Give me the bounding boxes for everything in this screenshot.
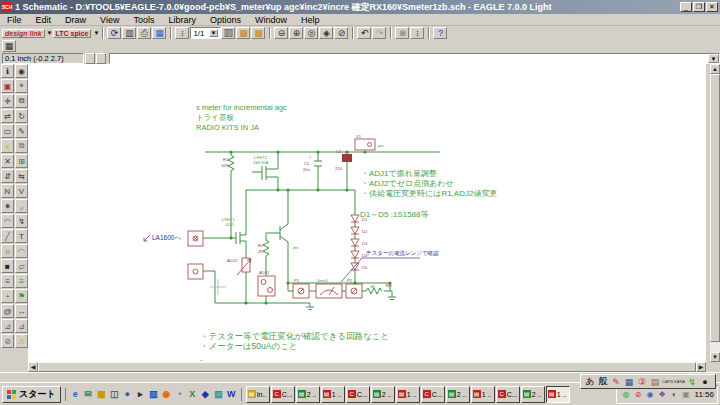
toolbar-button-icon[interactable]: ⫿⫿⫿ [221,27,235,39]
palette-tool-icon[interactable]: ✕ [1,154,14,168]
palette-tool-icon[interactable]: ℹ [1,64,14,78]
quicklaunch-icon[interactable]: e [69,388,82,401]
scroll-right-arrow[interactable]: ▶ [696,362,706,372]
toolbar-button-icon[interactable]: ▩ [236,27,250,39]
language-bar-icon[interactable]: あ [584,376,596,388]
palette-tool-icon[interactable]: ✎ [15,124,28,138]
palette-tool-icon[interactable]: ⧉ [15,139,28,153]
task-button[interactable]: ▤2 .. [296,386,320,403]
palette-tool-icon[interactable]: ⚠ [15,334,28,348]
close-button[interactable]: ✕ [706,2,718,12]
task-button[interactable]: CC... [346,386,370,403]
scroll-left-arrow[interactable]: ◀ [28,362,38,372]
palette-tool-icon[interactable]: ↔ [15,304,28,318]
menu-file[interactable]: File [0,14,29,26]
sheet-selector-arrow[interactable]: ▼ [209,29,219,37]
coord-mode-button[interactable] [85,53,95,64]
palette-tool-icon[interactable]: ≡ [1,274,14,288]
palette-tool-icon[interactable]: ⊘ [1,334,14,348]
toolbar-button-icon[interactable]: ◈ [319,27,333,39]
menu-help[interactable]: Help [294,14,327,26]
palette-tool-icon[interactable]: ◞ [15,199,28,213]
trimmer-adj1[interactable] [258,276,275,296]
quicklaunch-icon[interactable]: ✉ [82,388,95,401]
palette-tool-icon[interactable]: ■ [1,259,14,273]
language-bar-icon[interactable]: ✎ [610,376,622,388]
toolbar-button-icon[interactable]: ▥ [122,27,136,39]
toolbar-button-icon[interactable]: ⊕ [289,27,303,39]
tray-icon[interactable]: ❖ [657,389,668,400]
connector-x1[interactable] [355,139,375,150]
language-bar-icon[interactable]: ② [636,376,648,388]
palette-tool-icon[interactable]: ≡ [15,274,28,288]
tray-icon[interactable]: ◐ [669,389,680,400]
toolbar-button-icon[interactable]: ◎ [304,27,318,39]
tray-icon[interactable]: ◉ [645,389,656,400]
toolbar-button-icon[interactable]: ? [433,27,447,39]
palette-tool-icon[interactable]: ● [1,139,14,153]
toolbar-button-icon[interactable]: ↶ [357,27,371,39]
ltcspice-button[interactable]: LTC spice [53,29,92,38]
diode-d3[interactable] [351,239,359,246]
diode-d2[interactable] [351,227,359,234]
toolbar-button-icon[interactable]: ⊖ [274,27,288,39]
task-button[interactable]: CC... [271,386,295,403]
toolbar-button-icon[interactable]: ⁝ [175,27,189,39]
palette-tool-icon[interactable]: ⊿ [1,319,14,333]
dropdown-arrow-icon[interactable]: ▼ [93,30,99,36]
capacitor-c2[interactable] [342,154,352,162]
palette-tool-icon[interactable]: V [15,184,28,198]
quicklaunch-icon[interactable]: ▦ [95,388,108,401]
horizontal-scroll-thumb[interactable] [38,362,696,372]
language-bar-icon[interactable]: ▤ [649,376,661,388]
task-button[interactable]: ▤1 .. [471,386,495,403]
palette-tool-icon[interactable]: ○ [1,244,14,258]
meter-smtr1[interactable] [316,284,342,298]
language-bar-icon[interactable]: CAPS KANA [662,376,685,388]
palette-tool-icon[interactable]: ✛ [1,94,14,108]
palette-tool-icon[interactable]: ▭ [1,124,14,138]
palette-tool-icon[interactable]: ↯ [15,214,28,228]
palette-tool-icon[interactable]: ◠ [15,244,28,258]
quicklaunch-icon[interactable]: ▨ [212,388,225,401]
toolbar-button-icon[interactable]: ⟳ [107,27,121,39]
quicklaunch-icon[interactable]: W [225,388,238,401]
connector-in2[interactable] [188,264,203,279]
sheet-selector[interactable]: 1/1▼ [190,27,221,39]
grid-button[interactable]: ▦ [2,40,16,52]
scroll-up-arrow[interactable]: ▲ [710,64,720,74]
menu-window[interactable]: Window [248,14,294,26]
quicklaunch-icon[interactable]: ▸ [134,388,147,401]
toolbar-button-icon[interactable]: ↷ [372,27,386,39]
quicklaunch-icon[interactable]: ● [121,388,134,401]
palette-tool-icon[interactable]: ⌖ [15,79,28,93]
quicklaunch-icon[interactable]: X [186,388,199,401]
horizontal-scrollbar[interactable]: ◀ ▶ [28,362,706,372]
palette-tool-icon[interactable]: + [1,289,14,303]
tray-icon[interactable]: ▣ [681,389,692,400]
palette-tool-icon[interactable]: ⇵ [1,169,14,183]
language-bar-icon[interactable]: ▦ [623,376,635,388]
task-button[interactable]: ▤In.. [246,386,270,403]
vertical-scroll-thumb[interactable] [710,74,720,342]
palette-tool-icon[interactable]: ⊿ [15,319,28,333]
menu-view[interactable]: View [93,14,126,26]
task-button[interactable]: CC... [496,386,520,403]
palette-tool-icon[interactable]: ◉ [15,64,28,78]
menu-draw[interactable]: Draw [58,14,93,26]
vertical-scrollbar[interactable]: ▲ ▼ [710,64,720,362]
language-bar-icon[interactable]: 般 [597,376,609,388]
palette-tool-icon[interactable]: ▱ [15,259,28,273]
palette-tool-icon[interactable]: ⊞ [15,154,28,168]
start-button[interactable]: スタート [2,386,61,403]
toolbar-button-icon[interactable]: ▩ [251,27,265,39]
restore-button[interactable]: ❐ [693,2,705,12]
palette-tool-icon[interactable]: ◠ [1,214,14,228]
task-button[interactable]: ▤1 .. [546,386,570,403]
command-dropdown-arrow[interactable]: ▼ [708,54,719,63]
language-bar-icon[interactable]: ● [699,376,711,388]
toolbar-button-icon[interactable]: ⁝ [410,27,424,39]
menu-tools[interactable]: Tools [126,14,161,26]
tray-icon[interactable]: ⊘ [633,389,644,400]
task-button[interactable]: ▤1 .. [321,386,345,403]
